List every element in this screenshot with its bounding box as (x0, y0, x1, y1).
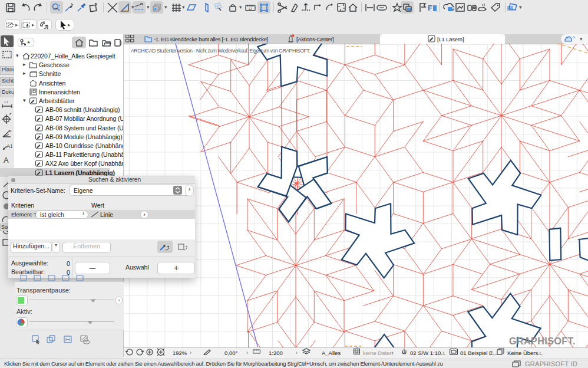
svg-text:ARCHICAD Studentenversion - Ni: ARCHICAD Studentenversion - Nicht zum Wi… (131, 48, 310, 54)
svg-text:GRAPHISOFT.: GRAPHISOFT. (509, 336, 576, 346)
